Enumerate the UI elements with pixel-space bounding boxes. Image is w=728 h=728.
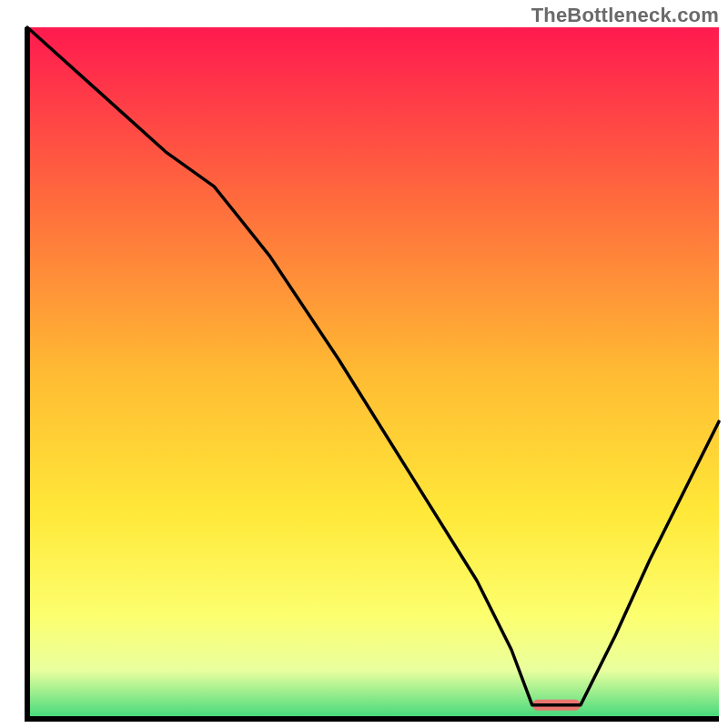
chart-container: TheBottleneck.com bbox=[0, 0, 728, 728]
gradient-background bbox=[27, 27, 719, 719]
bottleneck-chart bbox=[0, 0, 728, 728]
